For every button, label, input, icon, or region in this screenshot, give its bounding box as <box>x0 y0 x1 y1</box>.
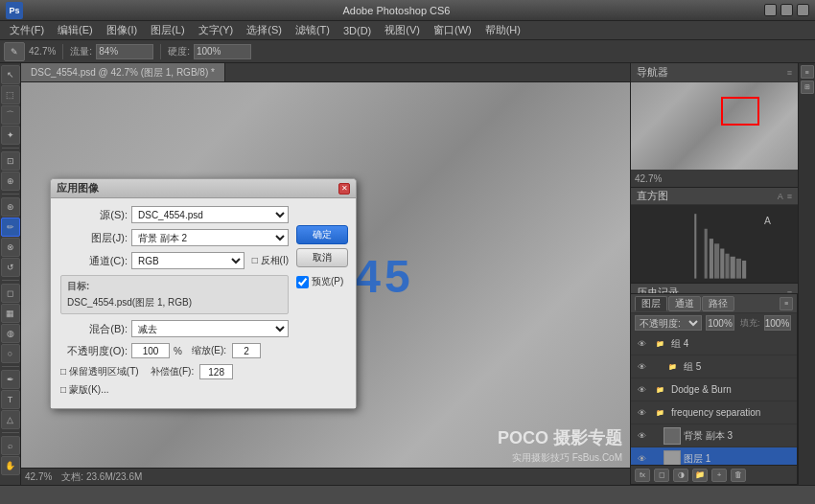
cancel-button[interactable]: 取消 <box>296 248 348 267</box>
menu-item-h[interactable]: 帮助(H) <box>479 21 526 39</box>
svg-rect-2 <box>710 240 713 280</box>
blur-tool[interactable]: ◍ <box>1 324 20 343</box>
preview-checkbox[interactable] <box>296 276 309 288</box>
layer-name-label: 组 4 <box>671 337 793 351</box>
menu-item-w[interactable]: 窗口(W) <box>428 21 477 39</box>
layers-opacity-input[interactable] <box>706 315 734 331</box>
dialog-buttons: 确定 取消 预览(P) <box>296 225 348 288</box>
histogram-header: 直方图 A ≡ <box>631 188 798 205</box>
canvas-area: DSC_4554.psd @ 42.7% (图层 1, RGB/8) * 237… <box>21 63 630 485</box>
menu-item-t[interactable]: 滤镜(T) <box>290 21 336 39</box>
eraser-tool[interactable]: ◻ <box>1 284 20 303</box>
layer-item[interactable]: 👁📁组 5 <box>631 355 797 378</box>
layer-visibility-icon[interactable]: 👁 <box>635 429 648 443</box>
hardness-input[interactable] <box>194 44 251 59</box>
layer-visibility-icon[interactable]: 👁 <box>635 406 648 420</box>
add-mask-btn[interactable]: ◻ <box>654 469 669 482</box>
navigator-image <box>631 82 798 170</box>
magic-wand-tool[interactable]: ✦ <box>1 126 20 145</box>
clone-tool[interactable]: ⊗ <box>1 238 20 257</box>
layer-select[interactable]: 背景 副本 2 <box>131 229 289 246</box>
layer-name-label: 图层 1 <box>684 452 793 466</box>
zoom-tool[interactable]: ⌕ <box>1 436 20 455</box>
dialog-body: 源(S): DSC_4554.psd 图层(J): 背景 副本 2 <box>51 198 356 408</box>
app-title: Adobe Photoshop CS6 <box>29 5 764 16</box>
close-button[interactable] <box>797 4 809 16</box>
lasso-tool[interactable]: ⌒ <box>1 105 20 125</box>
brush-tool[interactable]: ✏ <box>1 218 20 237</box>
crop-tool[interactable]: ⊡ <box>1 151 20 171</box>
canvas-tab[interactable]: DSC_4554.psd @ 42.7% (图层 1, RGB/8) * <box>21 63 225 81</box>
ok-button[interactable]: 确定 <box>296 225 348 244</box>
blending-select[interactable]: 减去 <box>131 320 289 337</box>
adjustment-layer-btn[interactable]: ◑ <box>673 469 688 482</box>
layer-visibility-icon[interactable]: 👁 <box>635 452 648 466</box>
histogram-collapse-icon[interactable]: ≡ <box>787 192 792 201</box>
dialog-title-bar: 应用图像 ✕ <box>51 179 356 198</box>
panel-toggle-btn-1[interactable]: ≡ <box>801 65 814 79</box>
scale-input[interactable] <box>232 343 261 358</box>
new-layer-btn[interactable]: + <box>711 469 727 482</box>
navigator-collapse-icon[interactable]: ≡ <box>787 68 792 78</box>
opacity-input[interactable] <box>131 343 170 358</box>
layers-fill-input[interactable] <box>764 315 791 331</box>
navigator-header: 导航器 ≡ <box>631 63 798 82</box>
layers-tab-channels[interactable]: 通道 <box>668 296 701 311</box>
layers-menu-btn[interactable]: ≡ <box>780 297 793 310</box>
menu-item-l[interactable]: 图层(L) <box>145 21 190 39</box>
menu-item-f[interactable]: 文件(F) <box>4 21 50 39</box>
menu-item-e[interactable]: 编辑(E) <box>52 21 99 39</box>
opacity-pct: % <box>174 346 182 356</box>
layer-visibility-icon[interactable]: 👁 <box>635 360 648 374</box>
layer-thumbnail: 📁 <box>651 335 668 353</box>
eyedropper-tool[interactable]: ⊕ <box>1 172 20 191</box>
hand-tool[interactable]: ✋ <box>1 456 20 475</box>
text-tool[interactable]: T <box>1 390 20 409</box>
delete-layer-btn[interactable]: 🗑 <box>731 469 746 482</box>
layers-blend-select[interactable]: 不透明度: 正常 <box>635 315 702 331</box>
path-tool[interactable]: △ <box>1 410 20 429</box>
layer-item[interactable]: 👁📁组 4 <box>631 332 797 355</box>
move-tool[interactable]: ↖ <box>1 65 20 84</box>
channel-select[interactable]: RGB <box>131 252 244 269</box>
layer-thumbnail: 📁 <box>651 381 668 399</box>
layer-item[interactable]: 👁📁Dodge & Burn <box>631 378 797 401</box>
layer-visibility-icon[interactable]: 👁 <box>635 383 648 397</box>
layers-tab-paths[interactable]: 路径 <box>702 296 734 311</box>
layer-thumbnail: 📁 <box>664 358 681 376</box>
panel-toggle-btn-2[interactable]: ⊞ <box>801 80 814 94</box>
layer-visibility-icon[interactable]: 👁 <box>635 337 648 351</box>
group-layers-btn[interactable]: 📁 <box>692 469 708 482</box>
scale-label: 缩放(E): <box>192 344 226 357</box>
add-layer-style-btn[interactable]: fx <box>635 469 650 482</box>
opacity-row: 不透明度(O): % 缩放(E): <box>60 343 289 358</box>
layer-item[interactable]: 👁背景 副本 3 <box>631 424 797 447</box>
menu-item-y[interactable]: 文字(Y) <box>193 21 240 39</box>
menu-item-v[interactable]: 视图(V) <box>379 21 426 39</box>
layer-item[interactable]: 👁图层 1 <box>631 447 797 465</box>
dialog-title: 应用图像 <box>57 181 338 195</box>
preserve-label: □ 保留透明区域(T) <box>60 365 139 378</box>
healing-tool[interactable]: ⊛ <box>1 197 20 217</box>
menu-item-3dd[interactable]: 3D(D) <box>338 23 377 38</box>
canvas-zoom-label: 42.7% <box>25 471 52 482</box>
minimize-button[interactable] <box>764 4 777 16</box>
menu-item-s[interactable]: 选择(S) <box>241 21 288 39</box>
layers-tab-layers[interactable]: 图层 <box>635 296 667 311</box>
source-select[interactable]: DSC_4554.psd <box>131 206 289 223</box>
dialog-close-button[interactable]: ✕ <box>338 183 350 195</box>
layer-item[interactable]: 👁📁frequency separation <box>631 401 797 424</box>
gradient-tool[interactable]: ▦ <box>1 304 20 323</box>
maximize-button[interactable] <box>780 4 793 16</box>
navigator-panel: 导航器 ≡ 42.7% <box>631 63 798 188</box>
history-brush-tool[interactable]: ↺ <box>1 258 20 277</box>
svg-rect-1 <box>705 229 708 279</box>
flow-input[interactable] <box>96 44 153 59</box>
marquee-tool[interactable]: ⬚ <box>1 85 20 104</box>
pen-tool[interactable]: ✒ <box>1 370 20 389</box>
menu-item-i[interactable]: 图像(I) <box>101 21 143 39</box>
flow-label: 流量: <box>70 45 92 58</box>
invert-checkbox-label: □ 反相(I) <box>252 254 289 267</box>
offset-input[interactable] <box>199 364 233 379</box>
dodge-tool[interactable]: ○ <box>1 344 20 363</box>
